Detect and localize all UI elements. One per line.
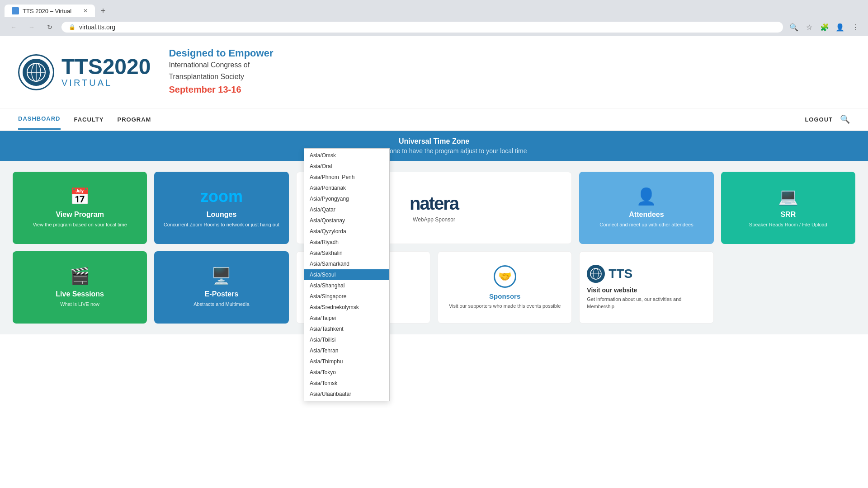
tts-website-card[interactable]: TTS Visit our website Get information ab…	[579, 251, 713, 324]
banner-title: Universal Time Zone	[18, 137, 850, 145]
refresh-button[interactable]: ↻	[43, 21, 56, 33]
date-highlight: September 13-16	[169, 84, 241, 94]
back-button[interactable]: ←	[7, 21, 20, 33]
lock-icon: 🔒	[69, 24, 75, 30]
url-text: virtual.tts.org	[79, 23, 115, 31]
e-posters-icon: 🖥️	[211, 267, 231, 286]
logo-circle	[18, 54, 54, 90]
srr-icon: 💻	[778, 187, 798, 206]
timezone-option[interactable]: Asia/Taipei	[304, 313, 389, 324]
timezone-list[interactable]: Asia/ManilaAsia/MuscatAsia/NicosiaAsia/N…	[304, 148, 389, 401]
timezone-option[interactable]: Asia/Pyongyang	[304, 193, 389, 204]
nav-program[interactable]: PROGRAM	[117, 110, 151, 129]
live-sessions-desc: What is LIVE now	[60, 301, 99, 308]
timezone-option[interactable]: Asia/Riyadh	[304, 237, 389, 248]
url-bar[interactable]: 🔒 virtual.tts.org	[61, 22, 783, 33]
timezone-option[interactable]: Asia/Tbilisi	[304, 334, 389, 345]
new-tab-button[interactable]: +	[97, 5, 109, 17]
page-header: TTS2020 VIRTUAL Designed to Empower Inte…	[0, 36, 868, 108]
forward-button[interactable]: →	[25, 21, 38, 33]
sponsors-card[interactable]: 🤝 Sponsors Visit our supporters who made…	[438, 251, 572, 324]
address-bar: ← → ↻ 🔒 virtual.tts.org 🔍 ☆ 🧩 👤 ⋮	[0, 18, 868, 36]
profile-icon[interactable]: 👤	[835, 22, 845, 33]
logo-text: TTS2020 VIRTUAL	[61, 56, 151, 88]
congress-line1: International Congress of	[169, 61, 250, 69]
timezone-option[interactable]: Asia/Qatar	[304, 204, 389, 215]
tts-site-circle	[587, 265, 605, 283]
timezone-option[interactable]: Asia/Thimphu	[304, 356, 389, 367]
e-posters-card[interactable]: 🖥️ E-Posters Abstracts and Multimedia	[154, 251, 288, 324]
sponsors-title: Sponsors	[489, 292, 520, 300]
timezone-option[interactable]: Asia/Omsk	[304, 150, 389, 161]
lounges-card[interactable]: zoom Lounges Concurrent Zoom Rooms to ne…	[154, 172, 288, 244]
tts-site-header: TTS	[587, 265, 632, 283]
e-posters-title: E-Posters	[205, 290, 239, 298]
timezone-option[interactable]: Asia/Tehran	[304, 345, 389, 356]
view-program-title: View Program	[56, 211, 104, 219]
tab-title: TTS 2020 – Virtual	[23, 8, 71, 14]
handshake-icon: 🤝	[498, 270, 512, 283]
nav-dashboard[interactable]: DASHBOARD	[18, 109, 61, 130]
lounges-desc: Concurrent Zoom Rooms to network or just…	[164, 221, 279, 228]
timezone-option[interactable]: Asia/Tokyo	[304, 367, 389, 378]
tab-bar: TTS 2020 – Virtual ✕ +	[0, 0, 868, 18]
search-extension-icon[interactable]: 🔍	[788, 22, 799, 33]
nav-logout[interactable]: LOGOUT	[805, 110, 833, 129]
timezone-option[interactable]: Asia/Ulaanbaatar	[304, 389, 389, 399]
tab-close-button[interactable]: ✕	[83, 8, 88, 14]
tts-site-tts-text: TTS	[609, 267, 632, 281]
zoom-icon: zoom	[200, 187, 243, 206]
attendees-card[interactable]: 👤 Attendees Connect and meet up with oth…	[579, 172, 713, 244]
timezone-dropdown[interactable]: ▲ Asia/ManilaAsia/MuscatAsia/NicosiaAsia…	[304, 148, 390, 401]
page-content: TTS2020 VIRTUAL Designed to Empower Inte…	[0, 36, 868, 488]
view-program-desc: View the program based on your local tim…	[33, 221, 127, 228]
tts-title: TTS2020	[61, 56, 151, 78]
timezone-option[interactable]: Asia/Phnom_Penh	[304, 172, 389, 183]
virtual-text: VIRTUAL	[61, 78, 151, 88]
timezone-option[interactable]: Asia/Shanghai	[304, 280, 389, 291]
visit-website-desc: Get information about us, our activities…	[587, 296, 706, 310]
timezone-option[interactable]: Asia/Tashkent	[304, 324, 389, 334]
e-posters-desc: Abstracts and Multimedia	[193, 301, 250, 308]
timezone-option[interactable]: Asia/Oral	[304, 161, 389, 172]
extension-icon[interactable]: 🧩	[819, 22, 830, 33]
srr-card[interactable]: 💻 SRR Speaker Ready Room / File Upload	[721, 172, 855, 244]
tab-favicon	[12, 7, 19, 14]
active-tab[interactable]: TTS 2020 – Virtual ✕	[5, 5, 95, 17]
attendees-desc: Connect and meet up with other attendees	[599, 221, 693, 228]
timezone-option[interactable]: Asia/Tomsk	[304, 378, 389, 389]
browser-icons: 🔍 ☆ 🧩 👤 ⋮	[788, 22, 861, 33]
timezone-option[interactable]: Asia/Pontianak	[304, 183, 389, 193]
srr-desc: Speaker Ready Room / File Upload	[749, 221, 827, 228]
attendees-icon: 👤	[636, 187, 656, 206]
star-icon[interactable]: ☆	[804, 22, 815, 33]
attendees-title: Attendees	[629, 211, 664, 219]
srr-title: SRR	[780, 211, 796, 219]
banner-subtitle: Select your timezone to have the program…	[18, 147, 850, 155]
view-program-card[interactable]: 📅 View Program View the program based on…	[13, 172, 147, 244]
timezone-option[interactable]: Asia/Seoul	[304, 269, 389, 280]
timezone-option[interactable]: Asia/Qyzylorda	[304, 226, 389, 237]
nav-faculty[interactable]: FACULTY	[74, 110, 104, 129]
live-sessions-title: Live Sessions	[56, 290, 104, 298]
timezone-option[interactable]: Asia/Samarkand	[304, 258, 389, 269]
tagline: Designed to Empower	[169, 47, 850, 59]
natera-logo-section: natera WebApp Sponsor	[410, 193, 458, 223]
timezone-option[interactable]: Asia/Singapore	[304, 291, 389, 302]
live-sessions-card[interactable]: 🎬 Live Sessions What is LIVE now	[13, 251, 147, 324]
timezone-option[interactable]: Asia/Qostanay	[304, 215, 389, 226]
webapp-sponsor-label: WebApp Sponsor	[413, 216, 455, 223]
menu-icon[interactable]: ⋮	[850, 22, 861, 33]
browser-chrome: TTS 2020 – Virtual ✕ + ← → ↻ 🔒 virtual.t…	[0, 0, 868, 36]
timezone-banner: Universal Time Zone Select your timezone…	[0, 131, 868, 161]
timezone-option[interactable]: Asia/Srednekolymsk	[304, 302, 389, 313]
main-grid: 📅 View Program View the program based on…	[0, 161, 868, 334]
live-sessions-icon: 🎬	[70, 267, 90, 286]
congress-line2: Transplantation Society	[169, 73, 244, 80]
congress-info: International Congress of Transplantatio…	[169, 59, 850, 97]
search-icon[interactable]: 🔍	[840, 114, 850, 124]
calendar-icon: 📅	[70, 187, 90, 206]
sponsors-icon-circle: 🤝	[494, 265, 516, 288]
lounges-title: Lounges	[207, 211, 237, 219]
timezone-option[interactable]: Asia/Sakhalin	[304, 248, 389, 258]
